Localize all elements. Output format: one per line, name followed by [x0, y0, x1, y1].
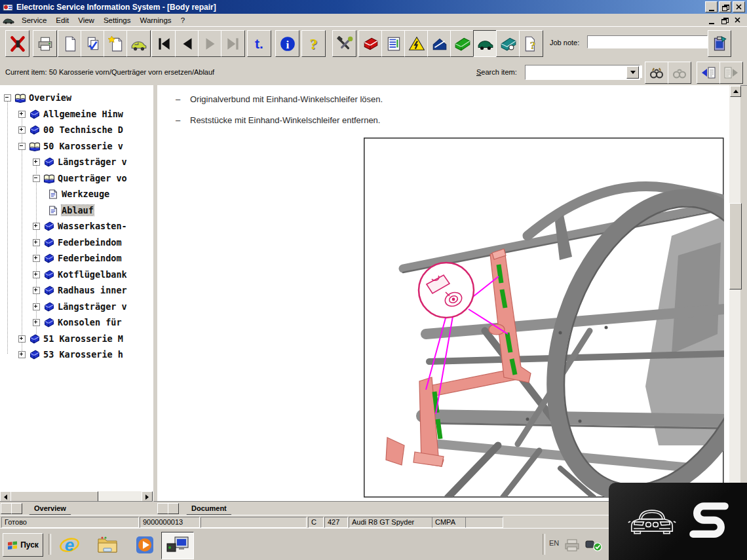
tab-scroll-left-button[interactable] [1, 503, 12, 514]
expand-expander-icon[interactable] [33, 303, 40, 310]
tree-item[interactable]: Allgemeine Hinw [0, 107, 123, 121]
vehicle-data-button[interactable] [126, 30, 151, 57]
document-icon [47, 206, 59, 215]
tree-item[interactable]: Radhaus inner [0, 283, 127, 297]
job-note-input[interactable] [587, 35, 708, 48]
mdi-restore-button[interactable] [719, 15, 730, 25]
start-button[interactable]: Пуск [3, 533, 43, 557]
expand-expander-icon[interactable] [18, 126, 26, 134]
tab-scroll-right-button[interactable] [11, 503, 22, 514]
menu-service[interactable]: Service [17, 15, 51, 26]
top-of-document-button[interactable]: t. [247, 30, 271, 57]
minimize-button[interactable] [705, 1, 718, 12]
status-empty [201, 517, 307, 528]
tree-item-selected[interactable]: Ablauf [0, 203, 94, 217]
go-next-button[interactable] [198, 30, 222, 57]
tree-item[interactable]: Konsolen für [0, 315, 122, 329]
go-previous-button[interactable] [175, 30, 199, 57]
media-player-launcher[interactable] [133, 534, 157, 556]
goto-item-button[interactable] [697, 62, 720, 84]
context-help-button[interactable]: ? [519, 30, 543, 57]
go-first-button[interactable] [151, 30, 176, 57]
menu-edit[interactable]: Edit [51, 15, 73, 26]
new-document-button[interactable] [58, 30, 82, 57]
tree-item[interactable]: Längsträger v [0, 155, 127, 169]
tab-document[interactable]: Document [181, 502, 237, 515]
tree-item[interactable]: 50 Karosserie v [0, 139, 123, 153]
tree-item[interactable]: Werkzeuge [0, 187, 109, 201]
menu-warnings[interactable]: Warnings [135, 15, 176, 26]
menu-view[interactable]: View [73, 15, 99, 26]
warnings-button[interactable] [404, 30, 429, 57]
tools-button[interactable] [332, 30, 356, 57]
tree-item[interactable]: Federbeindom [0, 235, 122, 250]
list-forward-button[interactable] [719, 62, 743, 84]
collapse-expander-icon[interactable] [33, 175, 40, 182]
close-button[interactable] [733, 1, 745, 12]
tab-scroll-left-button[interactable] [157, 503, 168, 514]
job-note-save-button[interactable] [708, 30, 731, 57]
closed-book-icon [43, 318, 55, 327]
tree-horizontal-scrollbar[interactable] [0, 491, 153, 501]
language-indicator[interactable]: EN [549, 539, 559, 547]
collapse-expander-icon[interactable] [18, 143, 26, 150]
menu-settings[interactable]: Settings [99, 15, 136, 26]
info-button[interactable]: i [275, 30, 299, 57]
new-page-button[interactable] [104, 30, 128, 57]
tray-usb-device[interactable] [583, 534, 604, 556]
expand-expander-icon[interactable] [33, 271, 40, 278]
expand-expander-icon[interactable] [18, 351, 26, 358]
go-last-button[interactable] [221, 30, 245, 57]
copy-document-button[interactable] [81, 30, 105, 57]
tree-item[interactable]: Längsträger v [0, 299, 127, 314]
tree-item[interactable]: 00 Technische D [0, 122, 123, 137]
menu-help[interactable]: ? [176, 15, 189, 26]
tree-item[interactable]: Kotflügelbank [0, 267, 127, 282]
scrollbar-thumb[interactable] [729, 203, 742, 289]
tray-printer[interactable] [562, 534, 582, 556]
mdi-close-button[interactable] [732, 15, 743, 25]
tree-item[interactable]: 51 Karosserie M [0, 331, 123, 346]
expand-expander-icon[interactable] [33, 159, 40, 166]
search-next-button[interactable] [668, 62, 691, 84]
print-button[interactable] [33, 30, 57, 57]
tree-item[interactable]: Querträger vo [0, 171, 127, 185]
search-item-combo[interactable] [525, 65, 640, 80]
body-repair-button[interactable] [473, 30, 497, 57]
file-explorer-launcher[interactable] [96, 534, 119, 556]
minimize-icon [709, 5, 714, 11]
current-item-text: Current item: 50 Karosserie vorn/Querträ… [5, 68, 214, 76]
first-icon [155, 35, 172, 52]
expand-expander-icon[interactable] [18, 335, 26, 343]
scroll-up-button[interactable] [730, 86, 741, 97]
restore-button[interactable] [719, 1, 731, 12]
exit-button[interactable] [5, 30, 29, 57]
search-input[interactable] [526, 65, 642, 78]
tree-item[interactable]: Wasserkasten- [0, 219, 127, 233]
mailbox-button[interactable] [427, 30, 451, 57]
combo-dropdown-button[interactable] [626, 66, 639, 79]
tree-item[interactable]: Federbeindom [0, 251, 122, 265]
parts-list-button[interactable] [381, 30, 406, 57]
help-button[interactable]: ? [301, 30, 326, 57]
search-button[interactable] [645, 62, 668, 84]
expand-expander-icon[interactable] [33, 223, 40, 230]
elsa-taskbar-button[interactable] [161, 532, 194, 559]
document-vertical-scrollbar[interactable] [729, 85, 740, 502]
mdi-minimize-button[interactable] [706, 15, 717, 25]
collapse-expander-icon[interactable] [4, 94, 11, 102]
internet-explorer-launcher[interactable]: e [58, 534, 81, 556]
expand-expander-icon[interactable] [33, 255, 40, 262]
tab-overview[interactable]: Overview [24, 502, 77, 515]
maintenance-manual-button[interactable] [450, 30, 474, 57]
expand-expander-icon[interactable] [18, 111, 26, 118]
expand-expander-icon[interactable] [33, 287, 40, 294]
tab-scroll-right-button[interactable] [168, 503, 179, 514]
repair-manuals-button[interactable] [358, 30, 383, 57]
tree-item[interactable]: 53 Karosserie h [0, 347, 123, 362]
expand-expander-icon[interactable] [33, 239, 40, 246]
expand-expander-icon[interactable] [33, 319, 40, 326]
service-information-button[interactable] [496, 30, 520, 57]
new-document-icon [62, 35, 79, 52]
tree-item-overview[interactable]: Overview [0, 90, 71, 105]
